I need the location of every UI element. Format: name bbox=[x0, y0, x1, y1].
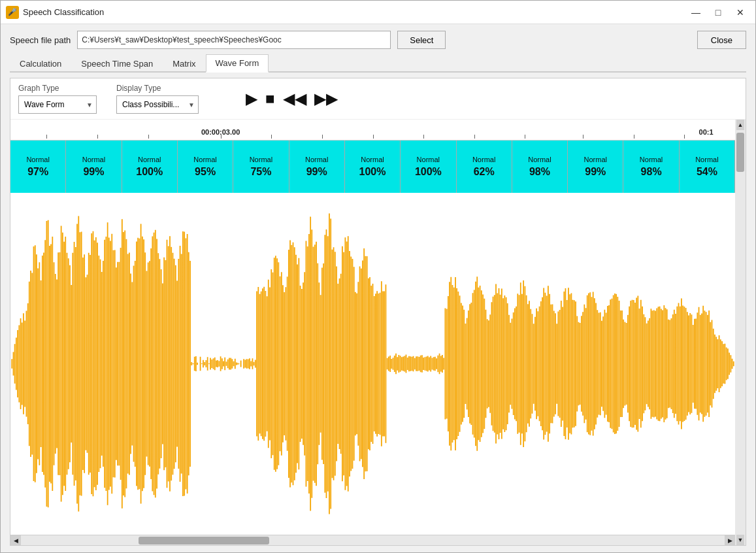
tabs-row: Calculation Speech Time Span Matrix Wave… bbox=[10, 54, 746, 73]
class-pct-9: 98% bbox=[529, 166, 550, 178]
scroll-right-button[interactable]: ▶ bbox=[725, 535, 735, 546]
class-pct-11: 98% bbox=[641, 166, 662, 178]
toolbar-row: Graph Type Wave Form Spectrum Spectrogra… bbox=[10, 78, 746, 120]
tab-calculation[interactable]: Calculation bbox=[10, 54, 71, 73]
timeline-inner: 00:00:03.00 00:1 bbox=[10, 120, 735, 139]
window-title: Speech Classification bbox=[23, 7, 104, 17]
waveform-svg: // Will draw via the SVG path below bbox=[10, 193, 735, 535]
class-pct-5: 99% bbox=[306, 166, 327, 178]
select-button[interactable]: Select bbox=[397, 31, 446, 49]
scroll-left-button[interactable]: ◀ bbox=[10, 535, 21, 546]
graph-type-dropdown[interactable]: Wave Form Spectrum Spectrogram bbox=[18, 95, 97, 114]
playback-controls: ▶ ■ ◀◀ ▶▶ bbox=[244, 88, 339, 109]
scroll-thumb[interactable] bbox=[139, 537, 269, 545]
graph-type-group: Graph Type Wave Form Spectrum Spectrogra… bbox=[18, 84, 97, 114]
class-label-1: Normal bbox=[82, 156, 105, 163]
timeline-row: 00:00:03.00 00:1 bbox=[10, 120, 735, 141]
class-cell-7: Normal 100% bbox=[401, 141, 456, 193]
class-pct-2: 100% bbox=[136, 166, 163, 178]
close-button[interactable]: Close bbox=[697, 31, 746, 49]
window-controls: — □ ✕ bbox=[686, 5, 750, 20]
class-pct-1: 99% bbox=[83, 166, 104, 178]
scroll-up-button[interactable]: ▲ bbox=[736, 120, 744, 130]
scroll-v-thumb[interactable] bbox=[736, 133, 744, 172]
minimize-button[interactable]: — bbox=[686, 5, 706, 20]
maximize-button[interactable]: □ bbox=[708, 5, 728, 20]
class-cell-10: Normal 99% bbox=[568, 141, 623, 193]
main-window: 🎤 Speech Classification — □ ✕ Speech fil… bbox=[0, 0, 756, 553]
prev-button[interactable]: ◀◀ bbox=[282, 88, 308, 109]
horizontal-scrollbar: ◀ ▶ bbox=[10, 535, 735, 545]
chart-scroll-area: 00:00:03.00 00:1 bbox=[10, 120, 735, 545]
class-label-7: Normal bbox=[417, 156, 440, 163]
tab-matrix[interactable]: Matrix bbox=[163, 54, 205, 73]
class-cell-8: Normal 62% bbox=[457, 141, 512, 193]
class-label-0: Normal bbox=[26, 156, 49, 163]
class-cell-12: Normal 54% bbox=[680, 141, 735, 193]
play-button[interactable]: ▶ bbox=[244, 88, 259, 109]
class-label-5: Normal bbox=[305, 156, 328, 163]
classification-row: Normal 97% Normal 99% Normal 100% Norm bbox=[10, 141, 735, 193]
time-label-right: 00:1 bbox=[699, 128, 714, 136]
class-label-4: Normal bbox=[250, 156, 272, 163]
class-cell-0: Normal 97% bbox=[10, 141, 66, 193]
class-label-10: Normal bbox=[584, 156, 607, 163]
file-path-input[interactable] bbox=[77, 31, 391, 49]
class-cell-1: Normal 99% bbox=[66, 141, 122, 193]
display-type-dropdown[interactable]: Class Possibili... Probability Label bbox=[116, 95, 199, 114]
tab-wave-form[interactable]: Wave Form bbox=[206, 54, 269, 73]
class-label-11: Normal bbox=[640, 156, 663, 163]
window-close-button[interactable]: ✕ bbox=[731, 5, 750, 20]
class-pct-0: 97% bbox=[27, 166, 48, 178]
waveform-area: // Will draw via the SVG path below bbox=[10, 193, 735, 535]
class-cell-5: Normal 99% bbox=[289, 141, 345, 193]
class-pct-10: 99% bbox=[585, 166, 606, 178]
class-label-8: Normal bbox=[472, 156, 495, 163]
chart-area: 00:00:03.00 00:1 bbox=[10, 120, 746, 545]
vertical-scrollbar[interactable]: ▲ ▼ bbox=[735, 120, 746, 545]
class-cell-3: Normal 95% bbox=[178, 141, 233, 193]
class-cell-4: Normal 75% bbox=[233, 141, 289, 193]
title-bar-left: 🎤 Speech Classification bbox=[6, 6, 104, 19]
next-button[interactable]: ▶▶ bbox=[313, 88, 339, 109]
class-cell-9: Normal 98% bbox=[512, 141, 568, 193]
class-cell-11: Normal 98% bbox=[623, 141, 679, 193]
class-label-12: Normal bbox=[695, 156, 718, 163]
display-type-group: Display Type Class Possibili... Probabil… bbox=[116, 84, 199, 114]
graph-type-label: Graph Type bbox=[18, 84, 97, 93]
file-row: Speech file path Select Close bbox=[10, 31, 746, 49]
class-pct-3: 95% bbox=[195, 166, 216, 178]
display-type-label: Display Type bbox=[116, 84, 199, 93]
file-path-label: Speech file path bbox=[10, 35, 71, 45]
class-label-9: Normal bbox=[528, 156, 551, 163]
class-pct-12: 54% bbox=[697, 166, 717, 178]
tab-speech-time-span[interactable]: Speech Time Span bbox=[71, 54, 163, 73]
scroll-down-button[interactable]: ▼ bbox=[736, 535, 744, 545]
class-cell-2: Normal 100% bbox=[122, 141, 178, 193]
scroll-track[interactable] bbox=[21, 535, 725, 545]
main-panel: Graph Type Wave Form Spectrum Spectrogra… bbox=[10, 78, 746, 546]
class-pct-4: 75% bbox=[250, 166, 271, 178]
class-pct-7: 100% bbox=[415, 166, 442, 178]
class-label-6: Normal bbox=[361, 156, 384, 163]
stop-button[interactable]: ■ bbox=[264, 88, 276, 109]
class-pct-6: 100% bbox=[359, 166, 386, 178]
class-pct-8: 62% bbox=[474, 166, 495, 178]
class-cell-6: Normal 100% bbox=[345, 141, 401, 193]
title-bar: 🎤 Speech Classification — □ ✕ bbox=[1, 1, 755, 24]
main-content: Speech file path Select Close Calculatio… bbox=[1, 24, 755, 552]
class-label-3: Normal bbox=[193, 156, 216, 163]
class-label-2: Normal bbox=[138, 156, 161, 163]
app-icon: 🎤 bbox=[6, 6, 19, 19]
display-type-dropdown-wrap: Class Possibili... Probability Label ▼ bbox=[116, 95, 199, 114]
graph-type-dropdown-wrap: Wave Form Spectrum Spectrogram ▼ bbox=[18, 95, 97, 114]
